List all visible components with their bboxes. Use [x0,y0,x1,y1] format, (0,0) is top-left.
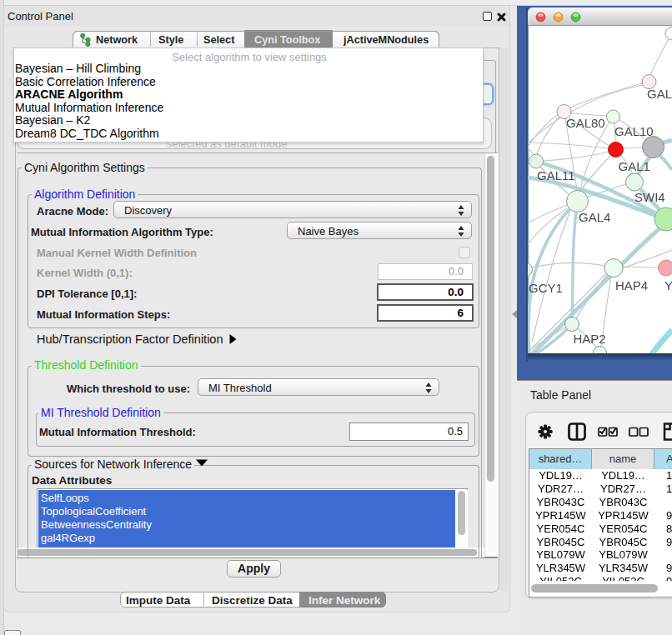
svg-text:HAP2: HAP2 [574,332,606,346]
svg-text:GAL11: GAL11 [537,168,575,182]
svg-text:HAP4: HAP4 [615,278,648,292]
svg-text:GCY1: GCY1 [529,281,563,295]
svg-text:GAL10: GAL10 [614,124,654,138]
svg-text:YJR048W: YJR048W [664,278,672,292]
svg-text:GAL4: GAL4 [579,210,610,224]
svg-text:GAL7: GAL7 [647,87,672,101]
svg-text:SWI4: SWI4 [634,190,665,204]
svg-text:GAL80: GAL80 [566,116,605,130]
svg-text:GAL1: GAL1 [619,159,650,173]
